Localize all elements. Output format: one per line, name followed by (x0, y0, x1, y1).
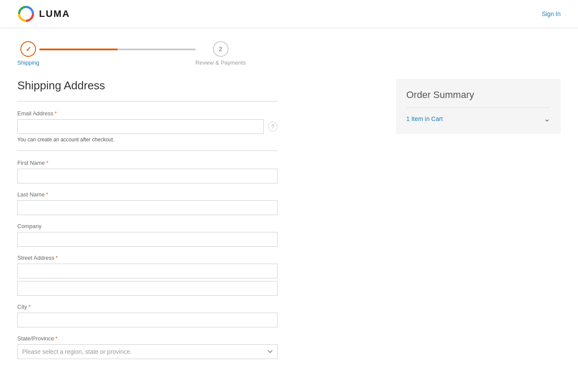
cart-row: 1 Item in Cart ⌄ (406, 114, 550, 124)
state-label: State/Province* (17, 335, 278, 342)
firstname-group: First Name* (17, 160, 278, 183)
step-1-circle: ✓ (20, 41, 36, 57)
cart-label[interactable]: 1 Item in Cart (406, 115, 443, 122)
state-required: * (56, 335, 58, 342)
city-label: City* (17, 304, 278, 310)
email-row: ? (17, 119, 278, 134)
step-1-wrapper: ✓ Shipping (17, 41, 39, 66)
street-group: Street Address* (17, 255, 278, 296)
logo-text: LUMA (39, 8, 70, 20)
street-required: * (56, 255, 58, 261)
email-input-wrap (17, 119, 264, 134)
order-summary-box: Order Summary 1 Item in Cart ⌄ (396, 79, 561, 134)
city-group: City* (17, 304, 278, 327)
page-title: Shipping Address (17, 79, 278, 92)
firstname-label: First Name* (17, 160, 278, 166)
connector-empty (118, 49, 196, 50)
email-group: Email Address* ? You can create an accou… (17, 110, 278, 143)
company-input[interactable] (17, 232, 278, 247)
firstname-input[interactable] (17, 169, 278, 183)
main-content: Shipping Address Email Address* ? You ca… (0, 70, 578, 376)
form-section: Shipping Address Email Address* ? You ca… (17, 79, 278, 367)
logo: LUMA (17, 5, 70, 23)
lastname-label: Last Name* (17, 191, 278, 198)
company-label: Company (17, 223, 278, 229)
street-input-2[interactable] (17, 281, 278, 296)
checkmark-icon: ✓ (26, 45, 31, 53)
lastname-required: * (46, 191, 48, 198)
street-label: Street Address* (17, 255, 278, 261)
email-required: * (55, 110, 57, 117)
sign-in-link[interactable]: Sign In (542, 10, 561, 17)
email-divider (17, 150, 278, 151)
state-group: State/Province* Please select a region, … (17, 335, 278, 359)
order-summary-title: Order Summary (406, 89, 550, 101)
step-2-label: Review & Payments (196, 59, 246, 66)
checkout-hint: You can create an account after checkout… (17, 137, 278, 143)
step-2-circle: 2 (213, 41, 229, 57)
email-label: Email Address* (17, 110, 278, 117)
city-input[interactable] (17, 313, 278, 327)
connector-filled (39, 49, 118, 50)
progress-track: ✓ Shipping 2 Review & Payments (17, 41, 246, 66)
logo-icon (17, 5, 35, 23)
step-2-wrapper: 2 Review & Payments (196, 41, 246, 66)
state-select[interactable]: Please select a region, state or provinc… (17, 344, 278, 359)
step-1-label: Shipping (17, 59, 39, 66)
order-summary-divider (406, 108, 550, 108)
lastname-group: Last Name* (17, 191, 278, 215)
help-icon[interactable]: ? (268, 122, 278, 131)
city-required: * (28, 304, 30, 310)
email-input[interactable] (17, 119, 264, 134)
step-2-number: 2 (219, 46, 222, 52)
company-group: Company (17, 223, 278, 247)
sidebar-section: Order Summary 1 Item in Cart ⌄ (396, 79, 561, 367)
chevron-down-icon[interactable]: ⌄ (544, 114, 550, 124)
street-input-1[interactable] (17, 264, 278, 278)
lastname-input[interactable] (17, 200, 278, 215)
site-header: LUMA Sign In (0, 0, 578, 28)
firstname-required: * (46, 160, 49, 166)
title-divider (17, 101, 278, 101)
progress-bar: ✓ Shipping 2 Review & Payments (0, 28, 578, 70)
